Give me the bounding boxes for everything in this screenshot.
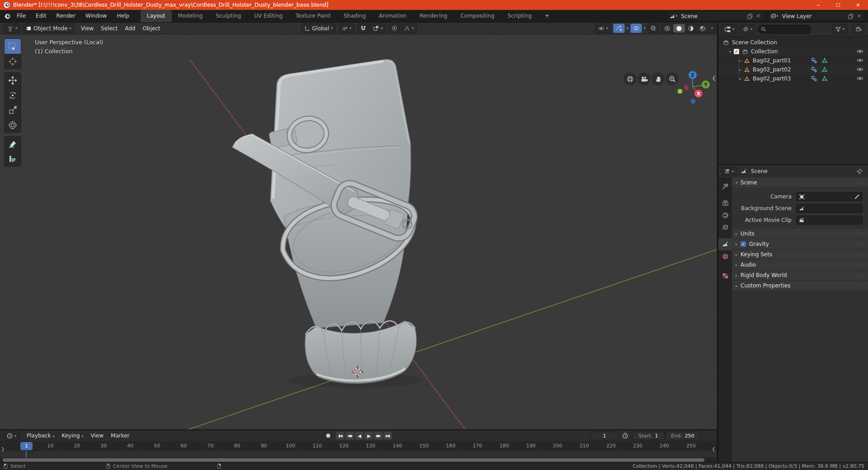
ortho-grid-button[interactable] [623,72,637,85]
menu-keying[interactable]: Keying ▾ [58,432,87,439]
scene-collection-label[interactable]: Scene Collection [732,39,777,46]
shading-rendered-button[interactable] [697,24,708,33]
chevron-down-icon[interactable]: ▾ [627,26,628,30]
eyedropper-icon[interactable] [854,194,860,200]
prev-keyframe-button[interactable]: ◀◆ [345,432,354,440]
object-visibility-selector[interactable]: ▾ [595,24,611,33]
tab-shading[interactable]: Shading [337,10,373,22]
play-button[interactable]: ▶ [364,432,373,440]
object-name[interactable]: Bag02_part01 [753,57,791,64]
tab-texture-paint[interactable]: Texture Paint [289,10,337,22]
menu-playback[interactable]: Playback ▾ [23,432,58,439]
remove-icon[interactable]: ✕ [857,13,861,19]
menu-view[interactable]: View [77,25,97,32]
pivot-point-selector[interactable]: ▾ [339,24,354,33]
tool-cursor[interactable] [5,54,21,69]
unlink-icon[interactable]: ✕ [756,13,760,19]
xray-toggle[interactable] [647,24,659,33]
panel-scene[interactable]: ▾ Scene :::: [732,178,868,188]
tab-render[interactable] [718,197,732,209]
maximize-button[interactable]: ☐ [828,0,848,10]
camera-field[interactable] [796,192,863,201]
outliner-row-scene-collection[interactable]: Scene Collection [718,38,868,47]
panel-drag-handle[interactable]: :::: [858,232,864,236]
snap-toggle[interactable] [357,24,369,33]
editor-type-button[interactable]: ▾ [4,24,20,33]
tool-measure[interactable] [5,151,21,166]
proportional-editing-toggle[interactable] [388,24,400,33]
menu-add[interactable]: Add [121,25,139,32]
scene-name[interactable]: Scene [678,13,745,19]
outliner-search-input[interactable] [758,25,811,34]
view-layer-selector[interactable]: ▾ View Layer ✕ [768,11,865,21]
tool-annotate[interactable] [5,136,21,151]
chevron-down-icon[interactable]: ▾ [644,26,646,30]
disclosure-triangle[interactable]: ▾ [729,50,731,54]
collection-checkbox[interactable]: ✓ [734,49,739,54]
modifier-wrench-icon[interactable] [811,57,817,64]
tab-view-layer[interactable] [718,221,732,234]
pin-icon[interactable] [857,169,863,174]
jump-to-start-button[interactable]: ▮◀ [336,432,344,440]
close-button[interactable]: ✕ [848,0,868,10]
outliner-row-object[interactable]: ▸ Bag02_part01 [718,56,868,65]
3d-viewport[interactable]: User Perspective (Local) (1) Collection [0,34,717,429]
tab-scripting[interactable]: Scripting [501,10,538,22]
eye-icon[interactable] [857,66,863,72]
minimize-button[interactable]: ─ [808,0,828,10]
menu-file[interactable]: File [12,10,31,22]
new-collection-button[interactable] [853,24,864,34]
panel-audio[interactable]: ▸ Audio :::: [732,260,868,270]
editor-type-outliner-button[interactable]: ▾ [721,24,737,34]
mesh-data-icon[interactable] [821,75,828,82]
menu-object[interactable]: Object [139,25,164,32]
mesh-data-icon[interactable] [821,57,828,64]
copy-icon[interactable] [747,14,753,19]
panel-custom-properties[interactable]: ▸ Custom Properties :::: [732,281,868,291]
editor-type-timeline-button[interactable]: ▾ [4,431,19,441]
menu-select[interactable]: Select [97,25,121,32]
current-frame-field[interactable]: 1 [590,432,618,440]
eye-icon[interactable] [857,48,863,54]
tab-uv-editing[interactable]: UV Editing [248,10,289,22]
tab-scene[interactable] [718,238,732,250]
eye-icon[interactable] [857,75,863,81]
frame-end-field[interactable]: End:250 [665,432,700,440]
proportional-falloff-selector[interactable]: ▾ [401,24,417,33]
add-workspace-button[interactable]: + [538,10,556,22]
next-keyframe-button[interactable]: ◆▶ [374,432,382,440]
menu-window[interactable]: Window [80,10,112,22]
tool-transform[interactable] [5,118,21,132]
tab-sculpting[interactable]: Sculpting [209,10,248,22]
collection-label[interactable]: Collection [751,48,778,55]
timeline-ruler[interactable]: 1 10203040506070809010011012013014015016… [0,441,717,451]
object-name[interactable]: Bag02_part03 [753,75,791,82]
shading-solid-button[interactable] [673,24,685,33]
panel-drag-handle[interactable]: :::: [858,263,864,267]
tab-compositing[interactable]: Compositing [454,10,501,22]
view-layer-name[interactable]: View Layer [778,13,846,19]
tool-move[interactable] [5,73,21,88]
overlays-toggle[interactable] [630,24,642,33]
tool-rotate[interactable] [5,88,21,103]
panel-units[interactable]: ▸ Units :::: [732,229,868,239]
panel-drag-handle[interactable]: :::: [858,253,864,257]
active-movie-clip-field[interactable] [796,216,863,225]
copy-icon[interactable] [848,14,854,19]
mode-selector[interactable]: Object Mode ▾ [23,24,75,33]
outliner-row-object[interactable]: ▸ Bag02_part02 [718,65,868,74]
blender-menu-icon[interactable] [4,13,12,19]
tab-texture[interactable] [718,270,732,282]
tab-tool[interactable] [718,180,732,193]
outliner-display-mode-button[interactable]: ▾ [740,24,755,34]
menu-help[interactable]: Help [112,10,134,22]
axis-gizmo[interactable]: Z Y X [676,70,712,108]
panel-keying-sets[interactable]: ▸ Keying Sets :::: [732,249,868,260]
shading-dropdown[interactable]: ▾ [708,24,716,33]
scene-selector[interactable]: ▾ Scene ✕ [667,11,764,21]
camera-view-button[interactable] [637,72,651,85]
gizmos-toggle[interactable] [613,24,625,33]
panel-drag-handle[interactable]: :::: [858,242,864,246]
sidebar-collapse-arrow[interactable]: ❮ [712,75,716,81]
gravity-checkbox[interactable]: ✓ [741,241,746,247]
